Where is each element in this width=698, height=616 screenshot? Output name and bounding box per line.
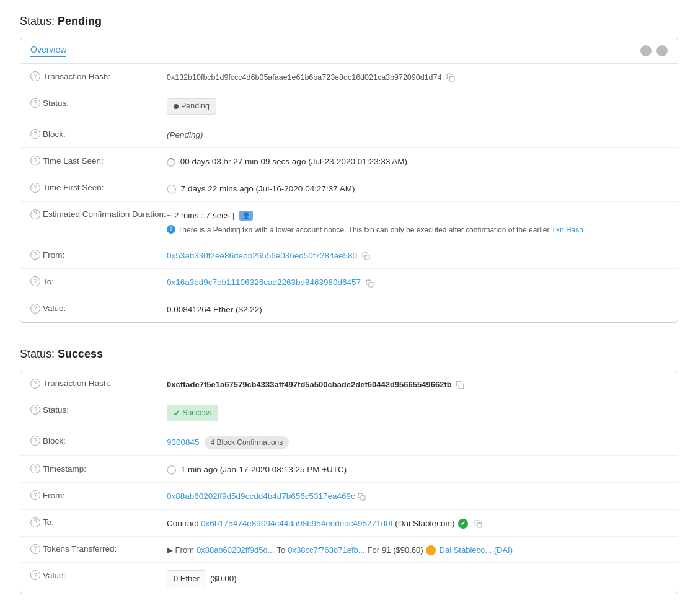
pending-tx-hash-value: 0x132b10fbcb1d9fccc4d6b05afaae1e61b6ba72… [167,70,668,84]
pending-value-value: 0.00841264 Ether ($2.22) [167,302,668,316]
success-from-value: 0x88ab60202ff9d5d9ccdd4b4d7b656c5317ea46… [167,489,668,503]
help-icon[interactable]: ? [30,129,40,139]
pending-card: Overview ? Transaction Hash: 0x132b10fbc… [20,38,678,323]
success-block-label: ? Block: [30,434,167,446]
copy-tx-icon[interactable] [456,381,464,389]
svg-rect-0 [450,77,455,82]
tokens-transferred-row: ? Tokens Transferred: ▶ From 0x88ab60202… [20,537,678,563]
help-icon[interactable]: ? [30,405,40,415]
success-tx-hash-row: ? Transaction Hash: 0xcffade7f5e1a67579c… [20,371,678,398]
pending-to-label: ? To: [30,275,167,286]
success-status-label: ? Status: [30,403,167,415]
txn-hash-link[interactable]: Txn Hash [552,226,583,234]
token-from-link[interactable]: 0x88ab60202ff9d5d... [197,544,275,557]
help-icon[interactable]: ? [30,517,40,527]
pending-time-last-label: ? Time Last Seen: [30,154,167,165]
pending-status-value: Pending [167,97,668,115]
help-icon[interactable]: ? [30,276,40,286]
spinner-icon [167,158,175,167]
svg-rect-4 [361,496,365,500]
pending-to-row: ? To: 0x16a3bd9c7eb11106326cad2263bd8463… [20,269,678,296]
success-from-link[interactable]: 0x88ab60202ff9d5d9ccdd4b4d7b656c5317ea46… [167,490,355,503]
tokens-transferred-label: ? Tokens Transferred: [30,543,167,554]
tab-icon-1 [640,45,652,56]
pending-to-value: 0x16a3bd9c7eb11106326cad2263bd8463980d64… [167,275,668,289]
success-value-label: ? Value: [30,569,167,580]
pending-badge: Pending [167,98,216,115]
help-icon[interactable]: ? [30,379,40,389]
help-icon[interactable]: ? [30,98,40,108]
help-icon[interactable]: ? [30,304,40,314]
confirmation-count-btn: 👤 [239,211,253,221]
pending-status-row: ? Status: Pending [20,90,678,121]
svg-rect-5 [477,523,482,527]
help-icon[interactable]: ? [30,183,40,193]
help-icon[interactable]: ? [30,436,40,446]
tab-icon-group [640,45,668,56]
success-to-value: Contract 0x6b175474e89094c44da98b954eede… [167,516,668,530]
pending-time-first-seen-row: ? Time First Seen: ◯ 7 days 22 mins ago … [20,175,678,202]
badge-dot [174,104,179,109]
success-tx-hash-label: ? Transaction Hash: [30,377,167,389]
help-icon[interactable]: ? [30,570,40,580]
pending-time-first-label: ? Time First Seen: [30,182,167,193]
success-block-row: ? Block: 9300845 4 Block Confirmations [20,428,678,456]
token-to-link[interactable]: 0x38cc7f763d71efb... [288,544,364,557]
help-icon[interactable]: ? [30,490,40,500]
confirmation-note: i There is a Pending txn with a lower ac… [167,224,668,235]
svg-rect-3 [459,384,464,389]
success-block-value: 9300845 4 Block Confirmations [167,434,668,449]
dai-token-link[interactable]: Dai Stableco... (DAI) [440,544,513,557]
pending-to-link[interactable]: 0x16a3bd9c7eb11106326cad2263bd8463980d64… [167,278,361,287]
pending-from-label: ? From: [30,249,167,260]
success-to-row: ? To: Contract 0x6b175474e89094c44da98b9… [20,510,678,537]
pending-est-conf-row: ? Estimated Confirmation Duration: ~ 2 m… [20,202,678,242]
pending-tab-bar: Overview [20,38,678,64]
help-icon[interactable]: ? [30,544,40,554]
tab-icon-2 [656,45,668,56]
pending-time-first-value: ◯ 7 days 22 mins ago (Jul-16-2020 04:27:… [167,182,668,195]
success-badge: ✔ Success [167,405,218,421]
pending-time-last-seen-row: ? Time Last Seen: 00 days 03 hr 27 min 0… [20,148,678,175]
pending-time-last-value: 00 days 03 hr 27 min 09 secs ago (Jul-23… [167,154,668,168]
pending-value-row: ? Value: 0.00841264 Ether ($2.22) [20,296,678,322]
pending-from-link[interactable]: 0x53ab330f2ee86debb26556e036ed50f7284ae5… [167,251,357,260]
help-icon[interactable]: ? [30,156,40,165]
copy-icon[interactable] [446,73,455,82]
contract-verified-icon: ✔ [458,519,468,529]
success-timestamp-value: ◯ 1 min ago (Jan-17-2020 08:13:25 PM +UT… [167,462,668,476]
help-icon[interactable]: ? [30,209,40,219]
success-timestamp-row: ? Timestamp: ◯ 1 min ago (Jan-17-2020 08… [20,456,678,483]
dai-icon [426,545,436,555]
pending-from-row: ? From: 0x53ab330f2ee86debb26556e036ed50… [20,242,678,269]
pending-est-conf-label: ? Estimated Confirmation Duration: [30,208,167,219]
overview-tab[interactable]: Overview [30,45,66,57]
copy-to-icon[interactable] [366,279,374,288]
success-status-value: ✔ Success [167,403,668,421]
svg-rect-1 [365,255,369,260]
copy-contract-icon[interactable] [474,519,483,528]
pending-block-label: ? Block: [30,128,167,139]
info-icon: i [167,225,175,234]
block-confirmations: 4 Block Confirmations [205,436,289,449]
success-value-value: 0 Ether ($0.00) [167,569,668,587]
pending-est-conf-value: ~ 2 mins : 7 secs | 👤 i There is a Pendi… [167,208,668,235]
svg-rect-2 [369,283,373,287]
success-value-row: ? Value: 0 Ether ($0.00) [20,563,678,594]
pending-value-label: ? Value: [30,302,167,314]
ether-value-box: 0 Ether [167,570,206,587]
success-status-row: ? Status: ✔ Success [20,397,678,428]
help-icon[interactable]: ? [30,464,40,473]
contract-address-link[interactable]: 0x6b175474e89094c44da98b954eedeac495271d… [201,517,392,530]
pending-section-title: Status: Pending [20,15,678,28]
tokens-transferred-value: ▶ From 0x88ab60202ff9d5d... To 0x38cc7f7… [167,543,668,557]
success-section-title: Status: Success [20,348,678,361]
success-from-label: ? From: [30,489,167,500]
help-icon[interactable]: ? [30,250,40,260]
block-number-link[interactable]: 9300845 [167,436,200,449]
help-icon[interactable]: ? [30,71,40,81]
copy-from-icon[interactable] [362,252,371,260]
pending-status-label: ? Status: [30,97,167,108]
success-to-label: ? To: [30,516,167,527]
copy-from-icon[interactable] [358,492,366,501]
